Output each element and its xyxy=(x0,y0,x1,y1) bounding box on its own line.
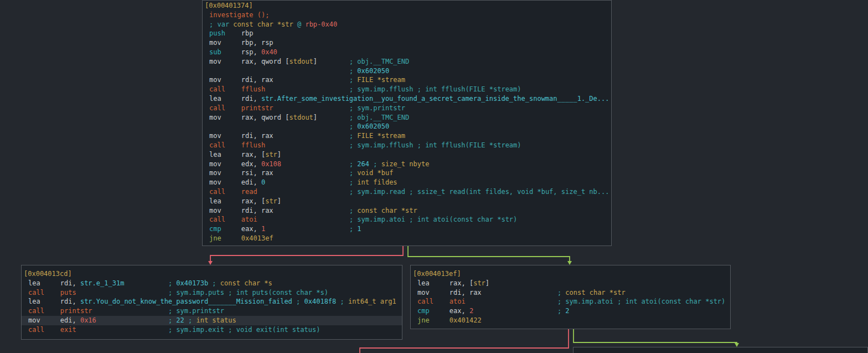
asm-line[interactable]: call printstr ; sym.printstr xyxy=(203,104,611,113)
asm-line[interactable]: ; 0x602050 xyxy=(203,122,611,131)
asm-line[interactable]: mov rdi, rax ; const char *str xyxy=(411,288,730,298)
asm-line[interactable]: call puts ; sym.imp.puts ; int puts(cons… xyxy=(22,288,402,298)
basic-block-0x00401374[interactable]: [0x00401374] investigate ();; var const … xyxy=(202,0,612,246)
edge-true-branch-0x401374-to-0x4013ef xyxy=(408,246,572,265)
asm-line[interactable]: ; 0x602050 xyxy=(203,66,611,76)
block-header: [0x004013ef] xyxy=(411,269,730,279)
asm-line[interactable]: call printstr ; sym.printstr xyxy=(22,306,402,316)
basic-block-partial[interactable] xyxy=(573,347,868,353)
asm-line[interactable]: sub rsp, 0x40 xyxy=(203,48,611,57)
asm-line[interactable]: call atoi ; sym.imp.atoi ; int atoi(cons… xyxy=(411,297,730,306)
asm-line[interactable]: cmp eax, 1 ; 1 xyxy=(203,224,611,234)
edge-false-branch-0x401374-to-0x4013cd xyxy=(208,246,403,265)
asm-line[interactable]: lea rax, [str] xyxy=(411,279,730,288)
asm-line[interactable]: lea rdi, str.You_do_not_know_the_passwor… xyxy=(22,297,402,306)
asm-line[interactable]: call fflush ; sym.imp.fflush ; int fflus… xyxy=(203,141,611,150)
asm-line[interactable]: lea rdi, str.e_1_31m ; 0x40173b ; const … xyxy=(22,279,402,288)
asm-line[interactable]: call fflush ; sym.imp.fflush ; int fflus… xyxy=(203,85,611,94)
basic-block-0x004013cd[interactable]: [0x004013cd] lea rdi, str.e_1_31m ; 0x40… xyxy=(21,265,402,340)
arrowhead xyxy=(208,261,213,265)
asm-line[interactable]: mov edx, 0x108 ; 264 ; size_t nbyte xyxy=(203,160,611,169)
asm-line[interactable]: lea rax, [str] xyxy=(203,150,611,160)
block-instructions: investigate ();; var const char *str @ r… xyxy=(203,11,611,243)
asm-line[interactable]: call read ; sym.imp.read ; ssize_t read(… xyxy=(203,187,611,197)
asm-line[interactable]: lea rax, [str] xyxy=(203,197,611,206)
asm-line[interactable]: call atoi ; sym.imp.atoi ; int atoi(cons… xyxy=(203,215,611,224)
asm-line[interactable]: push rbp xyxy=(203,29,611,38)
asm-line[interactable]: jne 0x4013ef xyxy=(203,234,611,243)
asm-line[interactable]: mov rbp, rsp xyxy=(203,38,611,48)
asm-line[interactable]: mov rdi, rax ; FILE *stream xyxy=(203,75,611,85)
arrowhead xyxy=(567,261,572,265)
asm-line[interactable]: jne 0x401422 xyxy=(411,316,730,325)
block-header: [0x00401374] xyxy=(203,1,611,11)
block-header: [0x004013cd] xyxy=(22,269,402,279)
asm-line[interactable]: mov edi, 0 ; int fildes xyxy=(203,178,611,187)
edge-true-branch-from-0x4013ef xyxy=(574,329,739,347)
asm-line[interactable]: mov rsi, rax ; void *buf xyxy=(203,168,611,178)
block-instructions: lea rax, [str]mov rdi, rax ; const char … xyxy=(411,279,730,325)
asm-line[interactable]: ; var const char *str @ rbp-0x40 xyxy=(203,20,611,29)
asm-line[interactable]: lea rdi, str.After_some_investigation__y… xyxy=(203,94,611,104)
asm-line[interactable]: mov rdi, rax ; const char *str xyxy=(203,206,611,216)
asm-line[interactable]: mov rax, qword [stdout] ; obj.__TMC_END xyxy=(203,113,611,122)
asm-line[interactable]: mov rdi, rax ; FILE *stream xyxy=(203,131,611,141)
graph-canvas[interactable]: { "view": { "type": "disassembly-graph",… xyxy=(0,0,868,353)
asm-line[interactable]: investigate (); xyxy=(203,11,611,20)
arrowhead xyxy=(735,343,739,347)
asm-line[interactable]: mov rax, qword [stdout] ; obj.__TMC_END xyxy=(203,57,611,66)
block-instructions: lea rdi, str.e_1_31m ; 0x40173b ; const … xyxy=(22,279,402,335)
asm-line-selected[interactable]: mov edi, 0x16 ; 22 ; int status xyxy=(22,316,402,325)
asm-line[interactable]: call exit ; sym.imp.exit ; void exit(int… xyxy=(22,325,402,335)
asm-line[interactable]: cmp eax, 2 ; 2 xyxy=(411,306,730,316)
basic-block-0x004013ef[interactable]: [0x004013ef] lea rax, [str]mov rdi, rax … xyxy=(410,265,731,329)
